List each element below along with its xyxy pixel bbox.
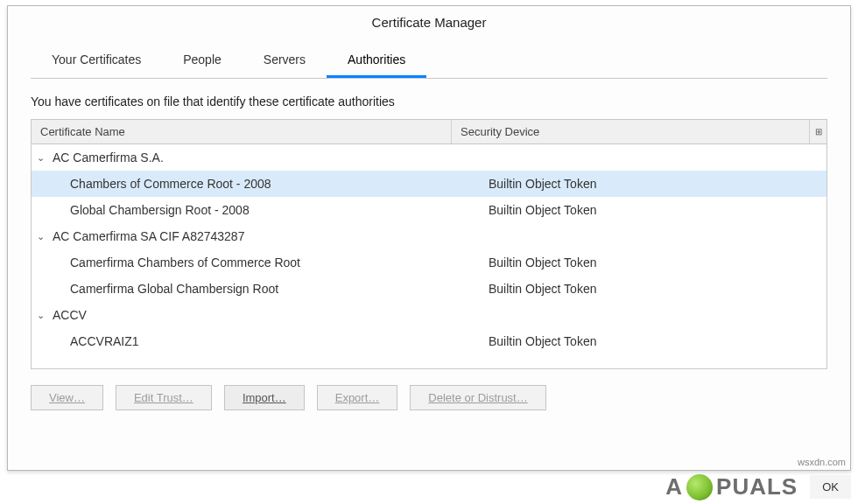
cert-name: Global Chambersign Root - 2008: [70, 203, 485, 217]
cert-device: Builtin Object Token: [485, 203, 826, 217]
logo-text-left: A: [665, 473, 683, 500]
tab-your-certificates[interactable]: Your Certificates: [31, 42, 162, 78]
description-text: You have certificates on file that ident…: [31, 94, 827, 108]
tab-servers[interactable]: Servers: [243, 42, 327, 78]
certificate-table: Certificate Name Security Device ⊞ ⌄ AC …: [31, 119, 827, 369]
column-picker-icon[interactable]: ⊞: [809, 120, 826, 144]
appuals-logo: A PUALS: [665, 473, 798, 500]
table-header: Certificate Name Security Device ⊞: [32, 120, 826, 144]
table-row[interactable]: ⌄ AC Camerfirma SA CIF A82743287: [32, 223, 826, 249]
watermark-text: wsxdn.com: [798, 457, 846, 467]
table-body[interactable]: ⌄ AC Camerfirma S.A. Chambers of Commerc…: [32, 144, 826, 368]
cert-device: Builtin Object Token: [485, 334, 826, 348]
chevron-down-icon[interactable]: ⌄: [37, 152, 47, 164]
import-button[interactable]: Import…: [224, 385, 305, 410]
cert-device: Builtin Object Token: [485, 282, 826, 296]
table-row[interactable]: ⌄ ACCV: [32, 302, 826, 328]
cert-name: Camerfirma Chambers of Commerce Root: [70, 256, 485, 270]
export-button[interactable]: Export…: [317, 385, 398, 410]
edit-trust-button[interactable]: Edit Trust…: [116, 385, 212, 410]
tabs-bar: Your Certificates People Servers Authori…: [31, 42, 827, 79]
cert-group-name: AC Camerfirma SA CIF A82743287: [53, 229, 473, 243]
column-security-device[interactable]: Security Device: [452, 120, 809, 144]
cert-group-name: ACCV: [53, 308, 473, 322]
delete-distrust-button[interactable]: Delete or Distrust…: [410, 385, 545, 410]
logo-text-right: PUALS: [716, 473, 798, 500]
cert-device: Builtin Object Token: [485, 256, 826, 270]
footer: A PUALS OK: [665, 473, 851, 500]
certificate-manager-dialog: Certificate Manager Your Certificates Pe…: [7, 5, 851, 471]
logo-dot-icon: [686, 474, 713, 500]
tab-authorities[interactable]: Authorities: [327, 42, 426, 78]
cert-group-name: AC Camerfirma S.A.: [53, 150, 473, 164]
table-row[interactable]: ACCVRAIZ1 Builtin Object Token: [32, 328, 826, 354]
view-button[interactable]: View…: [31, 385, 103, 410]
table-row[interactable]: Camerfirma Chambers of Commerce Root Bui…: [32, 249, 826, 276]
table-row[interactable]: Chambers of Commerce Root - 2008 Builtin…: [32, 171, 826, 197]
chevron-down-icon[interactable]: ⌄: [37, 310, 47, 321]
tab-people[interactable]: People: [162, 42, 243, 78]
cert-name: ACCVRAIZ1: [70, 334, 485, 348]
chevron-down-icon[interactable]: ⌄: [37, 231, 47, 242]
cert-device: Builtin Object Token: [485, 177, 826, 191]
button-row: View… Edit Trust… Import… Export… Delete…: [31, 385, 827, 410]
ok-button[interactable]: OK: [810, 475, 851, 499]
table-row[interactable]: Camerfirma Global Chambersign Root Built…: [32, 276, 826, 302]
column-certificate-name[interactable]: Certificate Name: [32, 120, 452, 144]
dialog-title: Certificate Manager: [8, 6, 850, 42]
table-row[interactable]: Global Chambersign Root - 2008 Builtin O…: [32, 197, 826, 223]
cert-name: Chambers of Commerce Root - 2008: [70, 177, 485, 191]
cert-name: Camerfirma Global Chambersign Root: [70, 282, 485, 296]
table-row[interactable]: ⌄ AC Camerfirma S.A.: [32, 144, 826, 171]
